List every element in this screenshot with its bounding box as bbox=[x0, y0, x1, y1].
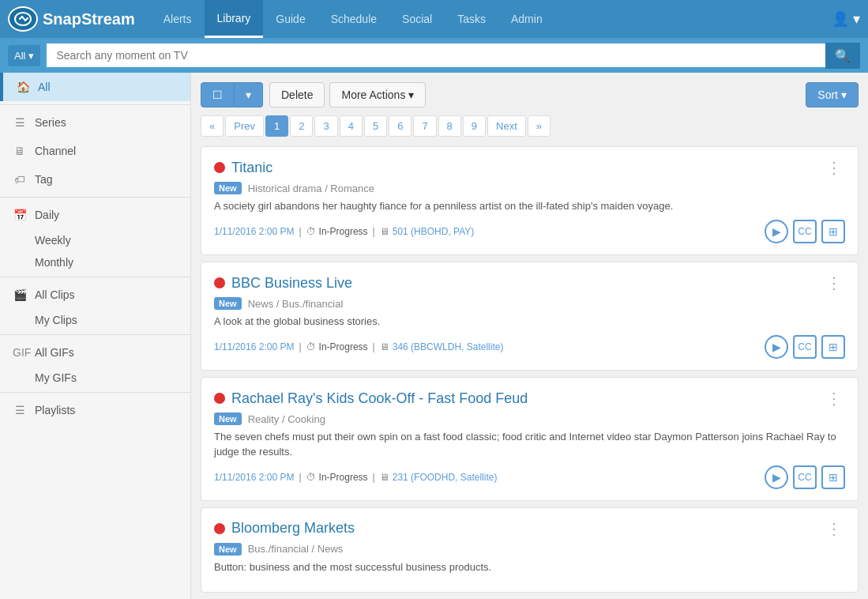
search-category-dropdown[interactable]: All ▾ bbox=[8, 45, 40, 66]
page-4-btn[interactable]: 4 bbox=[340, 115, 363, 137]
logo[interactable]: SnapStream bbox=[8, 6, 135, 32]
nav-tasks[interactable]: Tasks bbox=[445, 0, 498, 38]
select-dropdown-btn[interactable]: ▾ bbox=[235, 82, 263, 107]
record-indicator bbox=[214, 393, 225, 404]
caption-button[interactable]: CC bbox=[793, 220, 817, 243]
page-last-btn[interactable]: » bbox=[528, 115, 550, 137]
sidebar-item-all-gifs[interactable]: GIF All GIFs bbox=[0, 338, 190, 367]
page-1-btn[interactable]: 1 bbox=[265, 115, 288, 137]
monitor-icon: 🖥 bbox=[380, 341, 389, 352]
card-bloomberg-tags: New Bus./financial / News bbox=[214, 543, 845, 556]
search-button[interactable]: 🔍 bbox=[825, 43, 860, 69]
delete-button[interactable]: Delete bbox=[269, 82, 325, 107]
card-bloomberg-header: Bloomberg Markets ⋮ bbox=[214, 519, 845, 538]
card-bloomberg-title[interactable]: Bloomberg Markets bbox=[231, 520, 823, 537]
sidebar-item-my-clips[interactable]: My Clips bbox=[0, 309, 190, 331]
card-titanic-menu[interactable]: ⋮ bbox=[823, 158, 845, 177]
top-nav: SnapStream Alerts Library Guide Schedule… bbox=[0, 0, 868, 38]
page-2-btn[interactable]: 2 bbox=[290, 115, 313, 137]
nav-library[interactable]: Library bbox=[205, 0, 264, 38]
play-button[interactable]: ▶ bbox=[765, 335, 788, 359]
card-bbc-tags: New News / Bus./financial bbox=[214, 297, 845, 310]
badge-new: New bbox=[214, 413, 242, 425]
card-bbc-status: In-Progress bbox=[319, 341, 368, 352]
sort-button[interactable]: Sort ▾ bbox=[806, 82, 859, 107]
card-rachael-menu[interactable]: ⋮ bbox=[823, 389, 845, 408]
main-layout: 🏠 All ☰ Series 🖥 Channel 🏷 Tag 📅 Daily W… bbox=[0, 73, 868, 599]
sidebar-item-tag[interactable]: 🏷 Tag bbox=[0, 165, 190, 194]
nav-social[interactable]: Social bbox=[389, 0, 445, 38]
series-icon: ☰ bbox=[13, 116, 27, 129]
sidebar-my-gifs-label: My GIFs bbox=[35, 371, 77, 384]
nav-admin[interactable]: Admin bbox=[498, 0, 555, 38]
page-prev-btn[interactable]: Prev bbox=[225, 115, 264, 137]
play-button[interactable]: ▶ bbox=[765, 465, 788, 489]
caption-button[interactable]: CC bbox=[793, 465, 817, 489]
card-titanic: Titanic ⋮ New Historical drama / Romance… bbox=[201, 146, 859, 255]
monitor-icon: 🖥 bbox=[380, 226, 389, 237]
search-input[interactable] bbox=[47, 43, 825, 67]
card-rachael-title[interactable]: Rachael Ray's Kids Cook-Off - Fast Food … bbox=[231, 390, 823, 407]
caption-button[interactable]: CC bbox=[793, 335, 817, 359]
card-rachael-header: Rachael Ray's Kids Cook-Off - Fast Food … bbox=[214, 389, 845, 408]
card-titanic-title[interactable]: Titanic bbox=[231, 160, 823, 176]
page-7-btn[interactable]: 7 bbox=[413, 115, 436, 137]
sidebar-item-my-gifs[interactable]: My GIFs bbox=[0, 367, 190, 389]
sidebar-item-series[interactable]: ☰ Series bbox=[0, 108, 190, 137]
card-titanic-header: Titanic ⋮ bbox=[214, 158, 845, 177]
page-6-btn[interactable]: 6 bbox=[389, 115, 411, 137]
card-titanic-genre: Historical drama / Romance bbox=[248, 183, 374, 194]
logo-text: SnapStream bbox=[43, 10, 135, 28]
nav-alerts[interactable]: Alerts bbox=[151, 0, 205, 38]
grid-button[interactable]: ⊞ bbox=[821, 465, 845, 489]
record-indicator bbox=[214, 162, 225, 173]
nav-schedule[interactable]: Schedule bbox=[318, 0, 389, 38]
card-bbc-menu[interactable]: ⋮ bbox=[823, 273, 845, 292]
card-bbc-title[interactable]: BBC Business Live bbox=[231, 275, 823, 292]
card-rachael-actions: ▶ CC ⊞ bbox=[765, 465, 845, 489]
search-category-label: All bbox=[14, 50, 25, 62]
more-actions-button[interactable]: More Actions ▾ bbox=[329, 82, 426, 107]
grid-button[interactable]: ⊞ bbox=[821, 335, 845, 359]
page-9-btn[interactable]: 9 bbox=[463, 115, 486, 137]
sidebar-divider-1 bbox=[0, 104, 190, 105]
user-icon[interactable]: 👤 ▾ bbox=[832, 10, 860, 28]
card-bloomberg: Bloomberg Markets ⋮ New Bus./financial /… bbox=[201, 507, 859, 593]
tag-icon: 🏷 bbox=[13, 173, 27, 186]
sidebar-item-daily[interactable]: 📅 Daily bbox=[0, 201, 190, 229]
card-rachael-channel: 231 (FOODHD, Satellite) bbox=[393, 472, 498, 483]
sidebar-divider-2 bbox=[0, 197, 190, 198]
page-5-btn[interactable]: 5 bbox=[364, 115, 387, 137]
card-bbc-genre: News / Bus./financial bbox=[248, 298, 344, 310]
nav-right: 👤 ▾ bbox=[832, 10, 860, 28]
sidebar-item-weekly[interactable]: Weekly bbox=[0, 229, 190, 251]
sidebar-my-clips-label: My Clips bbox=[35, 314, 77, 326]
sidebar-monthly-label: Monthly bbox=[35, 256, 73, 269]
select-checkbox-btn[interactable]: ☐ bbox=[201, 82, 235, 107]
sidebar-item-all-clips[interactable]: 🎬 All Clips bbox=[0, 281, 190, 309]
card-rachael-tags: New Reality / Cooking bbox=[214, 413, 845, 425]
page-first-btn[interactable]: « bbox=[201, 115, 224, 137]
grid-button[interactable]: ⊞ bbox=[821, 220, 845, 243]
sidebar-divider-3 bbox=[0, 277, 190, 277]
badge-new: New bbox=[214, 297, 242, 310]
sidebar-all-clips-label: All Clips bbox=[35, 288, 75, 301]
logo-icon bbox=[8, 6, 38, 32]
sidebar-item-all[interactable]: 🏠 All bbox=[0, 73, 190, 101]
sidebar-item-playlists[interactable]: ☰ Playlists bbox=[0, 396, 190, 424]
dropdown-chevron-icon: ▾ bbox=[28, 50, 34, 62]
card-bloomberg-menu[interactable]: ⋮ bbox=[823, 519, 845, 538]
page-8-btn[interactable]: 8 bbox=[438, 115, 461, 137]
card-rachael-desc: The seven chefs must put their own spin … bbox=[214, 430, 845, 458]
nav-guide[interactable]: Guide bbox=[263, 0, 318, 38]
sidebar-channel-label: Channel bbox=[35, 145, 76, 157]
clips-icon: 🎬 bbox=[13, 288, 27, 301]
sidebar-divider-5 bbox=[0, 392, 190, 393]
sidebar-item-channel[interactable]: 🖥 Channel bbox=[0, 137, 190, 165]
card-titanic-footer: 1/11/2016 2:00 PM | ⏱ In-Progress | 🖥 50… bbox=[214, 220, 845, 243]
page-3-btn[interactable]: 3 bbox=[314, 115, 337, 137]
sidebar-playlists-label: Playlists bbox=[35, 404, 75, 416]
play-button[interactable]: ▶ bbox=[765, 220, 788, 243]
sidebar-item-monthly[interactable]: Monthly bbox=[0, 251, 190, 273]
page-next-btn[interactable]: Next bbox=[487, 115, 526, 137]
